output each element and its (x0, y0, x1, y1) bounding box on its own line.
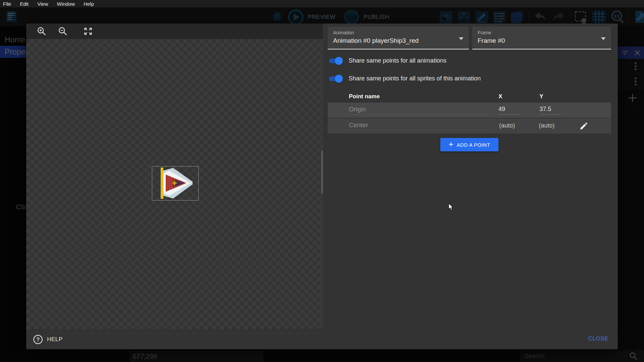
x-header: X (498, 93, 502, 100)
menu-file[interactable]: File (3, 1, 11, 7)
share-points-sprites-label: Share same points for all sprites of thi… (349, 75, 481, 82)
points-table: Point name X Y Origin 49 37.5 Center (au… (328, 90, 611, 134)
share-points-animations-label: Share same points for all animations (349, 57, 446, 64)
animation-dropdown-value: Animation #0 playerShip3_red (333, 37, 464, 44)
help-icon: ? (33, 334, 43, 345)
center-x-value: (auto) (499, 122, 515, 129)
menu-edit[interactable]: Edit (20, 1, 29, 7)
add-a-point-label: ADD A POINT (457, 142, 490, 148)
share-points-animations-toggle[interactable] (328, 57, 343, 65)
chevron-down-icon (459, 37, 464, 40)
zoom-in-icon[interactable] (37, 27, 46, 36)
menu-view[interactable]: View (37, 1, 48, 7)
edit-points-dialog: Animation Animation #0 playerShip3_red F… (26, 24, 618, 349)
toggle-thumb (335, 75, 343, 83)
table-row-center[interactable]: Center (auto) (auto) (328, 118, 611, 134)
add-a-point-button[interactable]: + ADD A POINT (440, 138, 498, 151)
chevron-down-icon (601, 37, 606, 40)
point-name-header: Point name (349, 93, 380, 100)
center-y-value: (auto) (539, 122, 555, 129)
frame-dropdown-value: Frame #0 (478, 37, 606, 44)
center-name-field[interactable]: Center (349, 121, 489, 131)
animation-dropdown-label: Animation (333, 30, 464, 35)
share-points-sprites-row: Share same points for all sprites of thi… (328, 74, 481, 83)
menu-bar: File Edit View Window Help (0, 0, 644, 7)
origin-name-field[interactable]: Origin (349, 106, 489, 115)
share-points-sprites-toggle[interactable] (328, 74, 343, 83)
edit-center-point-button[interactable] (579, 121, 589, 131)
animation-dropdown[interactable]: Animation Animation #0 playerShip3_red (328, 27, 469, 49)
pencil-icon (579, 121, 589, 131)
player-ship-sprite (152, 167, 198, 200)
canvas-toolbar (26, 24, 323, 39)
table-row-origin[interactable]: Origin 49 37.5 (328, 103, 611, 118)
toggle-thumb (335, 57, 343, 65)
share-points-animations-row: Share same points for all animations (328, 56, 446, 65)
help-label: HELP (47, 336, 63, 343)
y-header: Y (539, 93, 543, 100)
menu-help[interactable]: Help (84, 1, 94, 7)
zoom-out-icon[interactable] (58, 27, 68, 36)
dialog-footer: ? HELP CLOSE (26, 329, 618, 349)
origin-y-field[interactable]: 37.5 (539, 106, 562, 115)
frame-dropdown[interactable]: Frame Frame #0 (472, 27, 611, 49)
origin-x-field[interactable]: 49 (498, 106, 521, 115)
points-table-header: Point name X Y (328, 90, 611, 103)
fit-to-screen-icon[interactable] (83, 27, 93, 36)
help-button[interactable]: ? HELP (33, 334, 63, 345)
plus-icon: + (449, 140, 453, 148)
frame-dropdown-label: Frame (478, 30, 606, 35)
svg-text:?: ? (36, 337, 40, 342)
panel-resize-handle[interactable] (321, 150, 323, 193)
close-button[interactable]: CLOSE (588, 335, 608, 342)
menu-window[interactable]: Window (57, 1, 75, 7)
sprite-bounding-box[interactable] (152, 166, 199, 201)
